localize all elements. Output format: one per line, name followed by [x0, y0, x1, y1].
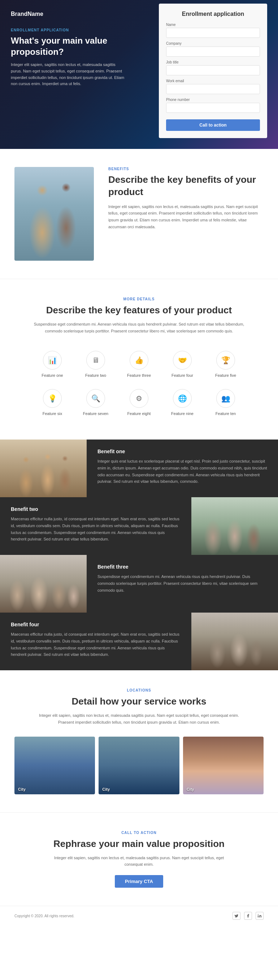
name-field-group: Name [166, 23, 260, 38]
hero-title: What's your main value proposition? [11, 35, 126, 57]
benefits-description: Integer elit sapien, sagittis non lectus… [108, 204, 264, 231]
benefit-three-text: Benefit three Suspendisse eget condiment… [87, 555, 278, 612]
feature-two-icon: 🖥 [86, 351, 105, 369]
feature-item-7: 🔍 Feature seven [74, 383, 117, 422]
benefits-text: BENEFITS Describe the key benefits of yo… [108, 167, 264, 230]
benefit-four-text: Benefit four Maecenas efficitur nulla ju… [0, 612, 191, 670]
benefit-one-title: Benefit one [97, 449, 267, 454]
svg-rect-0 [258, 915, 259, 918]
feature-nine-label: Feature nine [164, 411, 200, 416]
location-label-3: City [187, 787, 194, 791]
benefit-two-title: Benefit two [11, 506, 181, 512]
company-field-group: Company [166, 41, 260, 57]
dark-benefits-section: Benefit one Integer quis erat luctus ex … [0, 439, 278, 670]
footer: Copyright © 2020. All rights reserved. [0, 906, 278, 926]
feature-eight-label: Feature eight [121, 411, 157, 416]
feature-item-5: 🏆 Feature five [204, 345, 247, 383]
cta-tag: CALL TO ACTION [14, 831, 264, 835]
feature-four-icon: 🤝 [173, 351, 192, 369]
feature-four-label: Feature four [164, 373, 200, 377]
name-label: Name [166, 23, 260, 27]
benefits-tag: BENEFITS [108, 167, 264, 171]
hero-description: Integer elit sapien, sagittis non lectus… [11, 62, 126, 87]
svg-point-1 [258, 914, 259, 915]
feature-item-6: 💡 Feature six [31, 383, 74, 422]
footer-social-icons [233, 912, 264, 920]
benefit-block-4: Benefit four Maecenas efficitur nulla ju… [0, 612, 278, 670]
hero-section: BrandName ENROLLMENT APPLICATION What's … [0, 0, 278, 149]
benefit-two-body: Maecenas efficitur nulla justo, id conse… [11, 515, 181, 542]
features-grid-row2: 💡 Feature six 🔍 Feature seven ⚙ Feature … [14, 383, 264, 422]
benefit-four-title: Benefit four [11, 622, 181, 627]
features-grid: 📊 Feature one 🖥 Feature two 👍 Feature th… [14, 345, 264, 383]
job-field-group: Job title [166, 60, 260, 75]
email-field-group: Work email [166, 79, 260, 94]
benefit-three-image [0, 555, 87, 612]
phone-input[interactable] [166, 103, 260, 113]
locations-title: Detail how your service works [14, 696, 264, 707]
twitter-icon[interactable] [233, 912, 240, 920]
cta-section: CALL TO ACTION Rephrase your main value … [0, 812, 278, 906]
feature-item-1: 📊 Feature one [31, 345, 74, 383]
job-input[interactable] [166, 65, 260, 75]
form-title: Enrollment application [166, 11, 260, 17]
phone-field-group: Phone number [166, 98, 260, 113]
locations-grid: City City City [14, 737, 264, 794]
brand-name: BrandName [11, 11, 126, 17]
cta-button[interactable]: Primary CTA [115, 875, 163, 888]
benefit-one-text: Benefit one Integer quis erat luctus ex … [87, 439, 278, 497]
feature-item-3: 👍 Feature three [117, 345, 161, 383]
linkedin-icon[interactable] [256, 912, 264, 920]
features-title: Describe the key features of your produc… [14, 305, 264, 316]
feature-item-2: 🖥 Feature two [74, 345, 117, 383]
benefit-two-image [191, 497, 278, 555]
features-section: MORE DETAILS Describe the key features o… [0, 279, 278, 439]
locations-section: LOCATIONS Detail how your service works … [0, 670, 278, 812]
facebook-icon[interactable] [244, 912, 252, 920]
locations-tag: LOCATIONS [14, 688, 264, 692]
location-card-1: City [14, 737, 95, 794]
name-input[interactable] [166, 28, 260, 38]
feature-seven-label: Feature seven [78, 411, 114, 416]
feature-ten-icon: 👥 [216, 389, 235, 408]
benefit-block-3: Benefit three Suspendisse eget condiment… [0, 555, 278, 612]
benefit-one-body: Integer quis erat luctus ex scelerisque … [97, 458, 267, 485]
benefit-four-image [191, 612, 278, 670]
feature-eight-icon: ⚙ [129, 389, 149, 408]
feature-three-icon: 👍 [129, 351, 149, 369]
benefit-three-title: Benefit three [97, 564, 267, 570]
benefit-four-body: Maecenas efficitur nulla justo, id conse… [11, 631, 181, 658]
feature-one-icon: 📊 [43, 351, 62, 369]
company-label: Company [166, 41, 260, 45]
feature-seven-icon: 🔍 [86, 389, 105, 408]
benefit-block-1: Benefit one Integer quis erat luctus ex … [0, 439, 278, 497]
feature-three-label: Feature three [121, 373, 157, 377]
benefit-two-text: Benefit two Maecenas efficitur nulla jus… [0, 497, 191, 555]
location-card-3: City [183, 737, 264, 794]
cta-title: Rephrase your main value proposition [14, 838, 264, 850]
location-label-1: City [18, 787, 26, 791]
benefit-block-2: Benefit two Maecenas efficitur nulla jus… [0, 497, 278, 555]
feature-item-8: ⚙ Feature eight [117, 383, 161, 422]
enrollment-label: ENROLLMENT APPLICATION [11, 28, 126, 32]
benefits-section: BENEFITS Describe the key benefits of yo… [0, 149, 278, 279]
email-label: Work email [166, 79, 260, 83]
benefits-image [14, 167, 94, 261]
benefit-one-image [0, 439, 87, 497]
feature-ten-label: Feature ten [208, 411, 244, 416]
footer-copyright: Copyright © 2020. All rights reserved. [14, 914, 74, 918]
location-card-2: City [99, 737, 179, 794]
feature-item-4: 🤝 Feature four [161, 345, 204, 383]
features-tag: MORE DETAILS [14, 297, 264, 301]
company-input[interactable] [166, 46, 260, 57]
job-label: Job title [166, 60, 260, 64]
feature-five-label: Feature five [208, 373, 244, 377]
email-input[interactable] [166, 84, 260, 94]
feature-two-label: Feature two [78, 373, 114, 377]
location-label-2: City [102, 787, 110, 791]
feature-one-label: Feature one [34, 373, 70, 377]
benefits-title: Describe the key benefits of your produc… [108, 174, 264, 198]
locations-description: Integer elit sapien, sagittis non lectus… [31, 712, 247, 725]
form-cta-button[interactable]: Call to action [166, 119, 260, 131]
benefit-three-body: Suspendisse eget condimentum mi. Aenean … [97, 573, 267, 593]
